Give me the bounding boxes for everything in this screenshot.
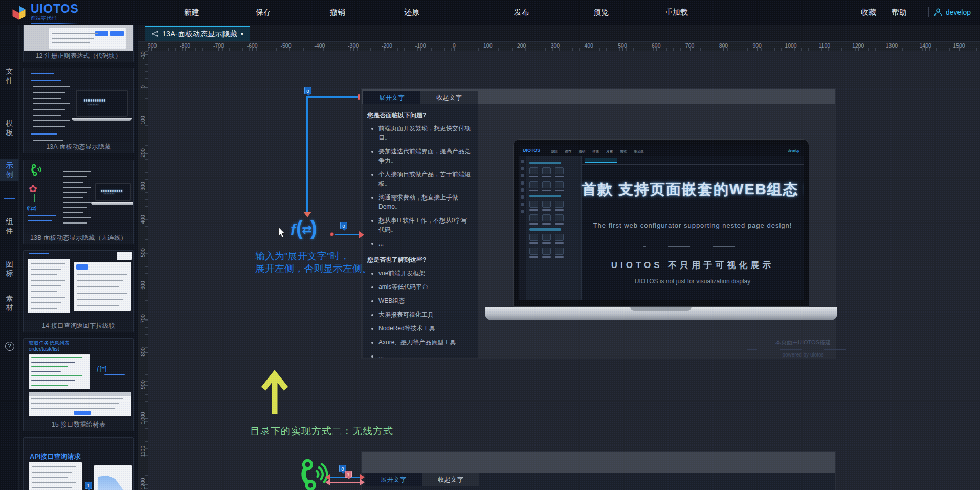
vruler-tick (143, 54, 148, 55)
credit-line1: 本页面由UIOTOS搭建 (747, 339, 859, 346)
wire-horizontal-top[interactable] (306, 96, 360, 98)
sidebar-tab-图标[interactable]: 图标 (0, 257, 19, 280)
thumb-laptop-glow2: ▪▪▪▪▪▪▪ (104, 192, 115, 195)
mini-rail-icon (521, 210, 524, 213)
editor-tab-13a[interactable]: 13A-面板动态显示隐藏 ● (145, 26, 250, 41)
vruler-tick (143, 352, 148, 353)
vruler-tick (143, 452, 148, 452)
menu-item-新建[interactable]: 新建 (184, 0, 199, 25)
thumb-text-line (77, 305, 119, 306)
mini-component-label (529, 190, 538, 191)
menu-item-发布[interactable]: 发布 (514, 0, 529, 25)
mini-component-icon (529, 181, 538, 188)
annotation-blue-note[interactable]: 输入为"展开文字"时， 展开左侧，否则显示左侧。 (255, 250, 372, 275)
menu-item-撤销[interactable]: 撤销 (330, 0, 345, 25)
port-badge-0-top[interactable]: 0 (304, 87, 311, 94)
laptop-mockup-widget[interactable]: UIOTOS 新建保存撤销还原发布预览重加载 develop 首款 支持页面嵌套… (485, 139, 837, 321)
editor-canvas[interactable]: 13A-面板动态显示隐藏 ● -900-800-700-600-500-400-… (138, 25, 980, 490)
annotation-green-note[interactable]: 目录下的实现方式二：无线方式 (250, 425, 393, 438)
hruler-tick (892, 46, 892, 51)
menu-item-重加载[interactable]: 重加载 (665, 0, 688, 25)
vruler-label: 1000 (140, 410, 146, 426)
wire-bottom-pink[interactable] (329, 482, 361, 483)
thumb-fx2-icon: ƒ[≡] (96, 365, 106, 372)
example-card-2[interactable]: ▮▮▮▮▮▮▮▮▮▮▪▪▪▪▪▪▪13A-面板动态显示隐藏 (23, 68, 134, 153)
mini-component-icon (542, 181, 551, 188)
thumb-button (110, 31, 124, 36)
example-caption: 15-接口数据给树表 (24, 420, 133, 429)
mini-component-label (529, 242, 538, 244)
mini-component-icon (542, 167, 551, 174)
mini-rail-icon (521, 167, 524, 170)
thumb-line (28, 215, 56, 216)
arrowhead-right (359, 231, 364, 238)
logo-underline (31, 23, 79, 24)
thumb-laptop-glow: ▮▮▮▮▮▮▮▮▮▮ (84, 98, 106, 102)
mini-icon-row (529, 201, 578, 208)
example-card-3[interactable]: ✿f(⇄)▮▮▮▮▮▮▮▮▮▮▪▪▪▪▪▪▪13B-面板动态显示隐藏（无连线） (23, 160, 134, 244)
mini-slogan-en: UIOTOS is not just for visualization dis… (582, 278, 804, 285)
thumb-text-line (52, 38, 94, 39)
wire-vertical[interactable] (306, 96, 308, 212)
vruler-tick (143, 121, 148, 121)
mini-label-row (529, 223, 578, 225)
example-card-5[interactable]: 获取任务信息列表 order/task/listƒ[≡]15-接口数据给树表 (23, 338, 134, 431)
sidebar-help-icon[interactable]: ? (0, 339, 19, 353)
vruler-label: 800 (140, 344, 146, 360)
mini-rail-icon (521, 174, 524, 177)
sidebar-tab-文件[interactable]: 文件 (0, 64, 19, 87)
sidebar-tab-示例[interactable]: 示例 (0, 159, 19, 181)
hruler-label: 1100 (819, 42, 831, 49)
menu-item-保存[interactable]: 保存 (256, 0, 271, 25)
mini-label-row (529, 209, 578, 211)
panel-bullet-item: vue前端开发框架 (378, 269, 473, 278)
menu-item-帮助[interactable]: 帮助 (892, 0, 907, 25)
mouse-cursor (277, 227, 286, 238)
panel-tab-收起文字[interactable]: 收起文字 (420, 91, 478, 104)
phone-node[interactable] (294, 457, 329, 490)
mini-component-icon (555, 248, 564, 255)
sidebar-tab-组件[interactable]: 组件 (0, 215, 19, 237)
vruler-label: 700 (140, 311, 146, 326)
user-icon (933, 8, 943, 17)
sidebar-tab-模板[interactable]: 模板 (0, 117, 19, 139)
thumb-laptop-screen: ▮▮▮▮▮▮▮▮▮▮▪▪▪▪▪▪▪ (76, 90, 128, 117)
vruler-label: 100 (140, 113, 146, 128)
thumb-text-line (33, 109, 65, 110)
vertical-ruler: -100010020030040050060070080090010001100… (138, 51, 148, 490)
thumb-text-line (33, 98, 61, 99)
bottom-tab-展开文字[interactable]: 展开文字 (365, 473, 422, 486)
menu-item-还原[interactable]: 还原 (404, 0, 419, 25)
bottom-tab-收起文字[interactable]: 收起文字 (422, 473, 479, 486)
example-card-6[interactable]: API接口查询请求1API接口查询请求 (23, 437, 134, 490)
port-badge-0-mid[interactable]: 0 (340, 222, 347, 229)
hruler-label: -300 (348, 42, 359, 49)
panel-tab-展开文字[interactable]: 展开文字 (363, 91, 420, 104)
hruler-tick (185, 46, 186, 51)
page-credit[interactable]: 本页面由UIOTOS搭建 powered by uiotos (747, 339, 859, 358)
app-logo[interactable]: UIOTOS 前端零代码 (11, 2, 79, 24)
example-card-4[interactable]: 14-接口查询返回下拉级联 (23, 250, 134, 332)
tab-panel-widget[interactable]: 展开文字收起文字 您是否面临以下问题?前端页面开发繁琐，想更快交付项目。要加速迭… (363, 91, 478, 358)
menu-item-收藏[interactable]: 收藏 (861, 0, 876, 25)
example-card-1[interactable]: 12-注册正则表达式（代码块） (23, 25, 134, 62)
thumb-laptop-glow: ▮▮▮▮▮▮▮▮▮▮ (101, 189, 123, 192)
fx-function-node[interactable]: f(⇄) (291, 219, 317, 240)
mini-menu-item: 保存 (565, 150, 571, 153)
hruler-tick (925, 46, 926, 51)
thumb-panel (29, 392, 131, 416)
mini-menu-item: 还原 (592, 150, 599, 153)
menu-item-预览[interactable]: 预览 (593, 0, 609, 25)
mini-component-label (529, 209, 538, 211)
fx-output-port[interactable] (330, 232, 334, 236)
mini-component-label (529, 256, 538, 258)
yellow-up-arrow[interactable] (259, 370, 291, 415)
thumb-laptop-base (72, 118, 132, 121)
example-thumbnail: ✿f(⇄)▮▮▮▮▮▮▮▮▮▮▪▪▪▪▪▪▪ (24, 160, 133, 233)
thumb-code-line (31, 385, 68, 386)
mini-component-label (542, 176, 551, 177)
sidebar-tab-素材[interactable]: 素材 (0, 292, 19, 314)
user-account[interactable]: develop (933, 0, 971, 25)
port-badge-1-bottom[interactable]: 1 (345, 471, 352, 478)
wire-fx-to-panel[interactable] (335, 234, 360, 235)
